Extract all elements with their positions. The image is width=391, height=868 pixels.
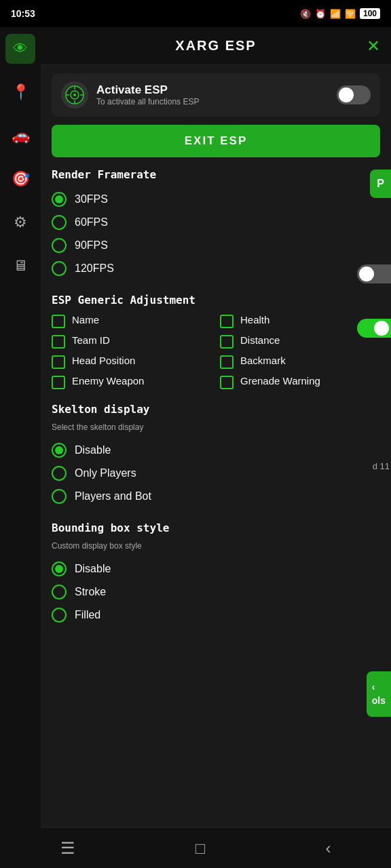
skelton-players-only-radio xyxy=(52,466,67,481)
battery-indicator: 100 xyxy=(360,8,380,19)
eye-icon: 👁 xyxy=(13,40,28,58)
main-content: Activate ESP To activate all functions E… xyxy=(41,65,391,827)
fps-60-option[interactable]: 60FPS xyxy=(52,211,380,234)
esp-icon xyxy=(61,81,88,108)
checkbox-health[interactable]: Health xyxy=(220,313,380,328)
fps-30-label: 30FPS xyxy=(75,193,108,205)
sidebar-item-settings[interactable]: ⚙ xyxy=(5,208,35,237)
esp-checkbox-grid: Name Health Team ID Distance Head Positi… xyxy=(52,313,380,389)
checkbox-grenade-warning-box xyxy=(220,376,234,389)
car-icon: 🚗 xyxy=(12,127,30,144)
bounding-box-section: Bounding box style Custom display box st… xyxy=(52,521,380,627)
fps-30-radio xyxy=(52,192,67,207)
nav-menu-icon[interactable]: ☰ xyxy=(60,839,75,858)
bbox-disable-label: Disable xyxy=(75,563,111,575)
bbox-filled-option[interactable]: Filled xyxy=(52,604,380,627)
bounding-radio-group: Disable Stroke Filled xyxy=(52,557,380,627)
skelton-players-bot-radio xyxy=(52,489,67,504)
top-bar: XARG ESP ✕ xyxy=(41,27,391,65)
fps-120-option[interactable]: 120FPS xyxy=(52,257,380,280)
checkbox-distance-box xyxy=(220,335,234,349)
fps-60-toggle[interactable] xyxy=(357,264,391,283)
location-icon: 📍 xyxy=(12,83,30,101)
bbox-disable-radio xyxy=(52,561,67,576)
checkbox-distance[interactable]: Distance xyxy=(220,334,380,349)
mute-icon: 🔇 xyxy=(300,9,311,19)
fps-120-label: 120FPS xyxy=(75,262,114,275)
bottom-nav: ☰ □ ‹ xyxy=(0,827,391,868)
skelton-display-section: Skelton display Select the skelton displ… xyxy=(52,403,380,508)
checkbox-name-box xyxy=(52,315,65,328)
nav-back-icon[interactable]: ‹ xyxy=(325,839,331,858)
checkbox-backmark-label: Backmark xyxy=(240,354,286,368)
esp-generic-section: ESP Generic Adjustment Name Health Team … xyxy=(52,294,380,389)
checkbox-name[interactable]: Name xyxy=(52,313,212,328)
bbox-disable-option[interactable]: Disable xyxy=(52,557,380,580)
bbox-filled-radio xyxy=(52,608,67,623)
fps-60-radio xyxy=(52,215,67,230)
checkbox-team-id-box xyxy=(52,335,65,349)
checkbox-head-position-label: Head Position xyxy=(72,354,135,368)
checkbox-team-id-label: Team ID xyxy=(72,334,110,347)
fps-120-radio xyxy=(52,261,67,276)
fps-90-radio xyxy=(52,238,67,253)
sidebar-item-location[interactable]: 📍 xyxy=(5,77,35,107)
checkbox-grenade-warning[interactable]: Grenade Warning xyxy=(220,374,380,389)
exit-esp-button[interactable]: EXIT ESP xyxy=(52,125,380,157)
float-button-p[interactable]: P xyxy=(370,170,391,198)
skelton-players-only-option[interactable]: Only Players xyxy=(52,462,380,485)
float-button-tools[interactable]: ‹ ols xyxy=(367,671,391,717)
sidebar-item-eye[interactable]: 👁 xyxy=(5,34,35,64)
app-title: XARG ESP xyxy=(175,38,256,54)
checkbox-enemy-weapon-box xyxy=(52,376,65,389)
activate-esp-text: Activate ESP To activate all functions E… xyxy=(96,83,329,106)
skelton-radio-group: Disable Only Players Players and Bot xyxy=(52,439,380,508)
settings-icon: ⚙ xyxy=(14,214,27,231)
close-button[interactable]: ✕ xyxy=(367,37,380,56)
sidebar-item-target[interactable]: 🎯 xyxy=(5,164,35,194)
skelton-disable-radio xyxy=(52,443,67,458)
skelton-players-only-label: Only Players xyxy=(75,467,136,479)
badge-d11: d 11 xyxy=(373,461,390,471)
bbox-stroke-option[interactable]: Stroke xyxy=(52,580,380,604)
bbox-stroke-radio xyxy=(52,585,67,599)
checkbox-head-position[interactable]: Head Position xyxy=(52,354,212,369)
skelton-players-bot-option[interactable]: Players and Bot xyxy=(52,485,380,508)
fps-120-toggle[interactable] xyxy=(357,319,391,338)
wifi-icon: 🛜 xyxy=(345,9,356,19)
skelton-display-title: Skelton display xyxy=(52,403,380,416)
bounding-box-subtitle: Custom display box style xyxy=(52,541,380,551)
chip-icon: 🖥 xyxy=(13,257,28,275)
esp-generic-title: ESP Generic Adjustment xyxy=(52,294,380,307)
svg-point-2 xyxy=(73,94,76,96)
activate-esp-subtitle: To activate all functions ESP xyxy=(96,97,329,106)
bounding-box-title: Bounding box style xyxy=(52,521,380,534)
fps-30-option[interactable]: 30FPS xyxy=(52,188,380,211)
status-time: 10:53 xyxy=(11,8,35,19)
nav-home-icon[interactable]: □ xyxy=(196,839,206,858)
checkbox-backmark-box xyxy=(220,355,234,369)
checkbox-enemy-weapon-label: Enemy Weapon xyxy=(72,374,144,388)
activate-esp-row: Activate ESP To activate all functions E… xyxy=(52,73,380,117)
sidebar-item-car[interactable]: 🚗 xyxy=(5,121,35,151)
target-icon: 🎯 xyxy=(12,170,30,188)
skelton-display-subtitle: Select the skelton display xyxy=(52,422,380,432)
checkbox-team-id[interactable]: Team ID xyxy=(52,334,212,349)
fps-90-option[interactable]: 90FPS xyxy=(52,234,380,257)
checkbox-head-position-box xyxy=(52,355,65,369)
skelton-disable-option[interactable]: Disable xyxy=(52,439,380,462)
sidebar: 👁 📍 🚗 🎯 ⚙ 🖥 xyxy=(0,27,41,868)
activate-esp-toggle[interactable] xyxy=(337,85,371,104)
fps-60-label: 60FPS xyxy=(75,216,108,229)
status-icons: 🔇 ⏰ 📶 🛜 100 xyxy=(300,8,380,19)
checkbox-grenade-warning-label: Grenade Warning xyxy=(240,374,320,388)
signal-icon: 📶 xyxy=(330,9,341,19)
checkbox-backmark[interactable]: Backmark xyxy=(220,354,380,369)
framerate-radio-group: 30FPS 60FPS 90FPS 120FPS xyxy=(52,188,380,280)
fps-90-label: 90FPS xyxy=(75,239,108,252)
alarm-icon: ⏰ xyxy=(315,9,326,19)
checkbox-enemy-weapon[interactable]: Enemy Weapon xyxy=(52,374,212,389)
status-bar: 10:53 🔇 ⏰ 📶 🛜 100 xyxy=(0,0,391,27)
activate-esp-title: Activate ESP xyxy=(96,83,329,97)
sidebar-item-chip[interactable]: 🖥 xyxy=(5,251,35,281)
